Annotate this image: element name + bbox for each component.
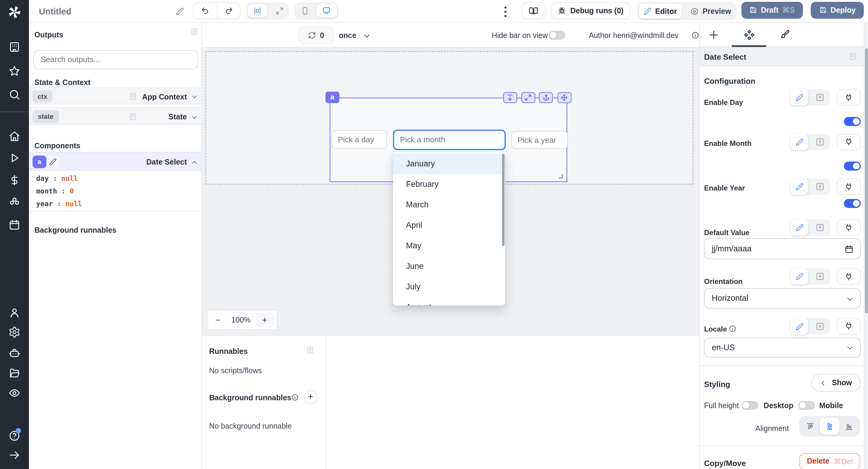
ctx-chevron-icon[interactable] xyxy=(191,94,198,100)
month-select-input[interactable]: Pick a month xyxy=(393,130,505,150)
locale-info-icon[interactable] xyxy=(729,324,736,332)
center-align-button[interactable] xyxy=(247,4,267,17)
refresh-count-button[interactable]: 0 xyxy=(299,27,333,44)
styling-show-button[interactable]: Show xyxy=(811,374,861,392)
locale-pencil-button[interactable] xyxy=(790,319,808,335)
default-value-fx-button[interactable] xyxy=(815,223,825,232)
enable-month-toggle[interactable] xyxy=(844,162,861,170)
locale-fx-button[interactable] xyxy=(815,322,825,331)
expand-canvas-button[interactable] xyxy=(276,7,284,15)
year-select-input[interactable]: Pick a year xyxy=(511,131,567,149)
component-row[interactable]: a Date Select xyxy=(29,152,202,170)
outputs-doc-icon[interactable] xyxy=(190,28,198,36)
full-height-toggle[interactable] xyxy=(741,401,758,410)
runs-play-icon[interactable] xyxy=(8,152,21,164)
component-settings-tab[interactable] xyxy=(743,29,755,41)
deploy-button[interactable]: Deploy xyxy=(811,1,864,19)
rename-pencil-icon[interactable] xyxy=(176,7,184,15)
default-value-pencil-button[interactable] xyxy=(790,219,808,236)
orientation-pencil-button[interactable] xyxy=(790,268,808,285)
dropdown-option-january[interactable]: January xyxy=(393,153,505,174)
dropdown-option-august[interactable]: August xyxy=(393,297,505,305)
align-top-button[interactable] xyxy=(801,418,819,435)
app-canvas[interactable]: a Pick a day Pick a month Pick a year Ja… xyxy=(202,48,699,335)
day-select-input[interactable]: Pick a day xyxy=(331,130,387,149)
enable-month-fx-button[interactable] xyxy=(815,137,825,146)
draft-button[interactable]: Draft ⌘S xyxy=(741,1,803,19)
ctx-row[interactable]: ctx App Context xyxy=(29,88,202,104)
align-bottom-button[interactable] xyxy=(840,418,858,435)
orientation-fx-button[interactable] xyxy=(815,272,825,281)
undo-button[interactable] xyxy=(193,3,217,19)
help-icon[interactable] xyxy=(8,430,21,442)
audit-eye-icon[interactable] xyxy=(8,387,21,399)
default-value-date-input[interactable]: jj/mm/aaaa xyxy=(704,238,861,259)
more-menu-kebab[interactable] xyxy=(502,4,508,19)
settings-gear-icon[interactable] xyxy=(8,326,21,338)
dropdown-option-may[interactable]: May xyxy=(393,236,505,256)
apps-icon[interactable] xyxy=(8,41,21,53)
enable-day-fx-button[interactable] xyxy=(815,93,825,102)
enable-year-toggle[interactable] xyxy=(844,199,861,208)
locale-select[interactable]: en-US xyxy=(704,337,861,357)
variables-dollar-icon[interactable] xyxy=(8,174,21,186)
move-button[interactable] xyxy=(557,92,571,103)
author-info-icon[interactable] xyxy=(691,31,699,39)
output-year-row[interactable]: year : null xyxy=(36,199,82,208)
zoom-in-button[interactable]: + xyxy=(255,313,274,327)
editor-tab[interactable]: Editor xyxy=(639,4,682,19)
dropdown-option-february[interactable]: February xyxy=(393,174,505,194)
dropdown-option-june[interactable]: June xyxy=(393,256,505,276)
hide-bar-toggle[interactable] xyxy=(549,30,565,39)
users-person-icon[interactable] xyxy=(8,307,21,319)
dropdown-option-july[interactable]: July xyxy=(393,276,505,297)
output-day-row[interactable]: day : null xyxy=(36,174,78,183)
add-bg-runnable-button[interactable] xyxy=(304,390,317,404)
redo-button[interactable] xyxy=(217,3,241,19)
fullsize-button[interactable] xyxy=(521,92,535,103)
schedule-chevron-icon[interactable] xyxy=(363,32,371,40)
enable-day-plug-button[interactable] xyxy=(836,90,861,106)
component-rename-pencil[interactable] xyxy=(47,156,59,168)
locale-plug-button[interactable] xyxy=(836,318,861,334)
windmill-logo-icon[interactable] xyxy=(7,5,22,19)
desktop-view-button[interactable] xyxy=(316,4,337,17)
workers-robot-icon[interactable] xyxy=(8,347,21,359)
enable-year-plug-button[interactable] xyxy=(836,179,861,195)
delete-button[interactable]: Delete ⌘Del xyxy=(799,453,860,469)
output-month-row[interactable]: month : 0 xyxy=(36,187,74,195)
expand-down-button[interactable] xyxy=(503,92,517,103)
debug-runs-button[interactable]: Debug runs (0) xyxy=(551,2,630,19)
zoom-out-button[interactable]: − xyxy=(208,315,228,325)
app-title[interactable]: Untitled xyxy=(39,7,71,16)
state-chevron-icon[interactable] xyxy=(191,114,198,120)
orientation-plug-button[interactable] xyxy=(836,268,861,285)
desktop-mobile-toggle[interactable] xyxy=(798,401,815,410)
preview-tab[interactable]: Preview xyxy=(686,4,735,19)
enable-year-fx-button[interactable] xyxy=(815,182,825,191)
home-icon[interactable] xyxy=(8,130,21,142)
component-chevron-up-icon[interactable] xyxy=(191,159,198,166)
resize-handle[interactable] xyxy=(559,174,563,178)
favorites-star-icon[interactable] xyxy=(8,65,21,77)
search-outputs-input[interactable] xyxy=(33,50,198,69)
resources-boxes-icon[interactable] xyxy=(8,196,21,209)
docs-book-button[interactable] xyxy=(521,2,546,19)
schedule-mode[interactable]: once xyxy=(339,31,356,39)
enable-month-pencil-button[interactable] xyxy=(790,133,808,150)
anchor-button[interactable] xyxy=(539,92,553,103)
enable-year-pencil-button[interactable] xyxy=(790,179,808,195)
enable-day-toggle[interactable] xyxy=(844,117,861,126)
enable-day-pencil-button[interactable] xyxy=(790,90,808,106)
add-component-tab[interactable] xyxy=(707,29,719,41)
panel-scrollbar-track[interactable] xyxy=(864,23,868,469)
dropdown-option-april[interactable]: April xyxy=(393,215,505,236)
runnables-doc-icon[interactable] xyxy=(306,346,314,354)
dropdown-scrollbar[interactable] xyxy=(502,153,504,246)
search-icon[interactable] xyxy=(8,89,21,101)
default-value-plug-button[interactable] xyxy=(836,219,861,236)
theme-brush-tab[interactable] xyxy=(778,29,790,41)
collapse-arrow-icon[interactable] xyxy=(8,449,21,461)
enable-month-plug-button[interactable] xyxy=(836,133,861,150)
component-header-doc-icon[interactable] xyxy=(849,53,857,60)
